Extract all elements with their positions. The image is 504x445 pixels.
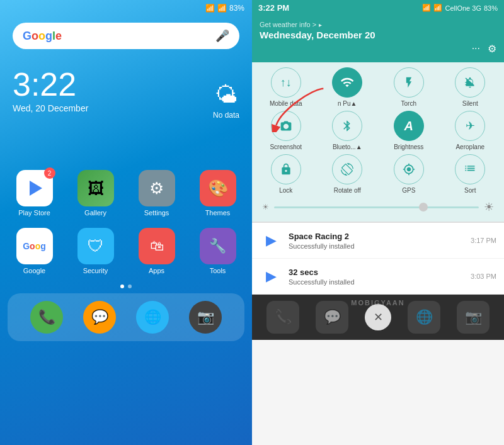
qs-brightness[interactable]: A Brightness (380, 111, 438, 150)
security-label: Security (83, 267, 108, 274)
slider-thumb (419, 203, 428, 211)
left-status-icons: 📶 📶 83% (205, 4, 244, 13)
gallery-label: Gallery (84, 209, 106, 217)
silent-icon (455, 67, 485, 98)
qs-silent[interactable]: Silent (442, 67, 500, 107)
notif-app-icon-2: ▶ (260, 265, 282, 288)
gallery-icon: 🖼 (77, 170, 114, 206)
screenshot-icon (271, 111, 301, 141)
sort-label: Sort (464, 187, 476, 194)
themes-icon: 🎨 (200, 170, 236, 206)
drawer-browser-icon: 🌐 (416, 309, 433, 325)
drawer-phone[interactable]: 📞 (266, 301, 299, 334)
bluetooth-icon (332, 111, 362, 141)
notif-content-1: Space Racing 2 Successfully installed (289, 232, 464, 250)
sort-icon (455, 154, 485, 184)
settings-icon: ⚙ (139, 170, 175, 206)
drawer-browser[interactable]: 🌐 (408, 301, 440, 334)
qs-sort[interactable]: Sort (442, 154, 500, 194)
app-google[interactable]: Goog Google (6, 228, 62, 274)
qs-screenshot[interactable]: Screenshot (257, 111, 315, 150)
time-display: 3:22 (13, 68, 239, 101)
notification-item-1[interactable]: ▶ Space Racing 2 Successfully installed … (252, 223, 504, 259)
settings-gear-icon[interactable]: ⚙ (488, 43, 496, 55)
brightness-slider[interactable]: ☀ ☀ (257, 198, 499, 217)
app-themes[interactable]: 🎨 Themes (190, 170, 246, 217)
apps-icon: 🛍 (139, 228, 175, 264)
dock-phone[interactable]: 📞 (30, 301, 63, 334)
right-battery: 83% (484, 4, 498, 12)
app-apps[interactable]: 🛍 Apps (129, 228, 185, 274)
notif-controls: ··· ⚙ (260, 43, 496, 55)
silent-label: Silent (462, 100, 478, 107)
google-label: Google (23, 267, 45, 274)
notif-app-icon-1: ▶ (260, 229, 282, 252)
weather-widget: 🌤 No data (213, 82, 239, 120)
play-store-badge: 2 (44, 167, 55, 179)
weather-info-text: Get weather info > (260, 21, 316, 28)
brightness-label: Brightness (394, 144, 423, 150)
more-icon[interactable]: ··· (472, 43, 480, 55)
drawer-camera[interactable]: 📷 (457, 301, 490, 334)
brightness-icon: A (394, 111, 424, 141)
app-play-store[interactable]: 2 Play Store (6, 170, 62, 217)
app-gallery[interactable]: 🖼 Gallery (67, 170, 123, 217)
google-logo: Google (23, 30, 62, 43)
date-display: Wed, 20 December (13, 103, 239, 113)
slider-track[interactable] (274, 206, 479, 208)
drawer-messages[interactable]: 💬 (316, 301, 348, 334)
notification-list: ▶ Space Racing 2 Successfully installed … (252, 222, 504, 295)
notification-panel-header: Get weather info > ▸ Wednesday, December… (252, 16, 504, 62)
mic-icon[interactable]: 🎤 (215, 29, 229, 43)
bluetooth-label: Blueto...▲ (333, 144, 362, 150)
qs-rotate[interactable]: Rotate off (319, 154, 377, 194)
watermark: MOBIGYAAN (351, 299, 404, 307)
weather-icon: 🌤 (213, 82, 239, 108)
right-carrier: CellOne 3G (445, 4, 481, 12)
qs-row-1: ↑↓ Mobile data n Pu▲ Torch (257, 67, 499, 107)
qs-row-2: Screenshot Blueto...▲ A Brightness ✈ Aer… (257, 111, 499, 150)
qs-lock[interactable]: Lock (257, 154, 315, 194)
mobile-data-icon: ↑↓ (271, 67, 301, 98)
google-app-icon: Goog (16, 228, 53, 264)
dock-browser[interactable]: 🌐 (136, 301, 169, 334)
qs-aeroplane[interactable]: ✈ Aeroplane (442, 111, 500, 150)
close-icon: ✕ (374, 310, 383, 324)
drawer-close-button[interactable]: ✕ (365, 304, 391, 330)
drawer-phone-icon: 📞 (275, 309, 292, 325)
camera-icon: 📷 (197, 309, 214, 325)
notif-date: Wednesday, December 20 (260, 30, 496, 40)
left-panel: 📶 📶 83% Google 🎤 3:22 Wed, 20 December 🌤… (0, 0, 252, 445)
weather-info: Get weather info > ▸ (260, 21, 496, 28)
qs-torch[interactable]: Torch (380, 67, 438, 107)
apps-grid-row2: Goog Google 🛡 Security 🛍 Apps 🔧 Tools (0, 223, 252, 279)
notif-time-2: 3:03 PM (471, 273, 496, 280)
qs-bluetooth[interactable]: Blueto...▲ (319, 111, 377, 150)
dock: 📞 💬 🌐 📷 (8, 293, 244, 341)
tools-label: Tools (210, 267, 226, 274)
app-security[interactable]: 🛡 Security (67, 228, 123, 274)
qs-mobile-data[interactable]: ↑↓ Mobile data (257, 67, 315, 107)
screenshot-label: Screenshot (270, 144, 302, 150)
settings-label: Settings (144, 209, 169, 217)
messages-icon: 💬 (91, 309, 108, 325)
notif-time-1: 3:17 PM (471, 237, 496, 244)
app-settings[interactable]: ⚙ Settings (129, 170, 185, 217)
notif-subtitle-1: Successfully installed (289, 242, 464, 250)
google-search-bar[interactable]: Google 🎤 (13, 23, 239, 49)
apps-grid-row1: 2 Play Store 🖼 Gallery ⚙ Settings 🎨 Them… (0, 157, 252, 223)
dock-camera[interactable]: 📷 (189, 301, 222, 334)
qs-wifi[interactable]: n Pu▲ (319, 67, 377, 107)
quick-settings-panel: ↑↓ Mobile data n Pu▲ Torch (252, 62, 504, 222)
notif-content-2: 32 secs Successfully installed (289, 268, 464, 286)
drawer-camera-icon: 📷 (465, 309, 482, 325)
dot-1 (120, 284, 124, 288)
gps-label: GPS (402, 187, 415, 194)
dock-messages[interactable]: 💬 (83, 301, 116, 334)
qs-gps[interactable]: GPS (380, 154, 438, 194)
themes-label: Themes (205, 209, 231, 217)
wifi-qs-icon (332, 67, 362, 98)
wifi-icon: 📶 (205, 4, 215, 13)
app-tools[interactable]: 🔧 Tools (190, 228, 246, 274)
notification-item-2[interactable]: ▶ 32 secs Successfully installed 3:03 PM (252, 259, 504, 295)
